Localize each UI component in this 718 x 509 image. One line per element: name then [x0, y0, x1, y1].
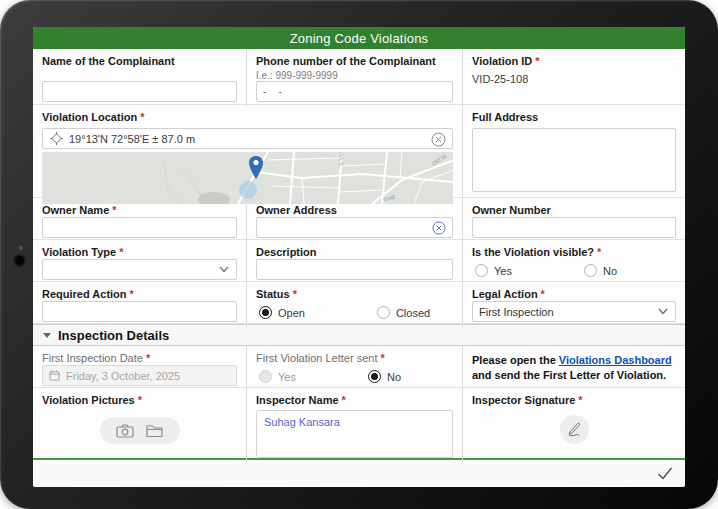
violation-visible-label: Is the Violation visible?* — [472, 246, 676, 259]
signature-pen-icon — [566, 421, 583, 438]
camera-icon[interactable] — [116, 424, 134, 438]
full-address-textarea[interactable] — [472, 128, 676, 192]
required-asterisk: * — [112, 204, 116, 216]
first-inspection-date-input: Friday, 3 October, 2025 — [42, 365, 237, 386]
owner-name-input[interactable] — [42, 217, 237, 238]
clear-owner-address-icon[interactable] — [432, 221, 446, 235]
violations-dashboard-link[interactable]: Violations Dashboard — [559, 354, 672, 366]
field-status: Status* Open Closed — [247, 282, 463, 327]
row-status: Required Action* Status* Open Closed Leg… — [33, 282, 685, 324]
field-inspector-name: Inspector Name* Suhag Kansara — [247, 388, 463, 463]
owner-address-input[interactable] — [256, 217, 453, 238]
section-inspection-details[interactable]: Inspection Details — [33, 324, 685, 346]
clear-location-icon[interactable] — [431, 132, 446, 147]
letter-sent-radio-group: Yes No — [256, 370, 453, 383]
radio-option-no[interactable]: No — [368, 370, 401, 383]
map-road-label: S Vivek — [338, 152, 344, 166]
radio-option-open[interactable]: Open — [259, 306, 305, 319]
description-input[interactable] — [256, 259, 453, 280]
row-complainant: Name of the Complainant Phone number of … — [33, 49, 685, 105]
first-inspection-date-value: Friday, 3 October, 2025 — [66, 370, 180, 382]
tablet-device: Zoning Code Violations Name of the Compl… — [0, 0, 718, 509]
folder-icon[interactable] — [146, 424, 163, 438]
front-camera — [15, 256, 24, 265]
row-owner: Owner Name* Owner Address Owner Number — [33, 198, 685, 240]
submit-checkmark-icon[interactable] — [657, 467, 673, 480]
violation-location-label: Violation Location* — [42, 111, 453, 124]
field-legal-action: Legal Action* First Inspection — [463, 282, 685, 327]
page-title: Zoning Code Violations — [290, 31, 429, 46]
field-description: Description — [247, 240, 463, 285]
complainant-phone-hint: I.e.: 999-999-9999 — [256, 70, 453, 81]
field-first-violation-letter: First Violation Letter sent* Yes No — [247, 346, 463, 391]
required-asterisk: * — [541, 288, 545, 300]
row-location: Violation Location* 19°13'N 72°58'E ± 87… — [33, 105, 685, 198]
footer-bar — [33, 460, 685, 486]
field-full-address: Full Address — [463, 105, 685, 209]
violation-type-label: Violation Type* — [42, 246, 237, 259]
complainant-phone-label: Phone number of the Complainant — [256, 55, 453, 68]
first-inspection-date-label: First Inspection Date* — [42, 352, 237, 365]
required-asterisk: * — [535, 55, 539, 67]
complainant-name-label: Name of the Complainant — [42, 55, 237, 68]
full-address-label: Full Address — [472, 111, 676, 124]
radio-option-yes-disabled: Yes — [259, 370, 296, 383]
field-owner-address: Owner Address — [247, 198, 463, 243]
required-asterisk: * — [597, 246, 601, 258]
violation-id-label: Violation ID* — [472, 55, 676, 68]
row-inspector: Violation Pictures* — [33, 388, 685, 458]
first-violation-letter-label: First Violation Letter sent* — [256, 352, 453, 365]
field-violation-type: Violation Type* — [33, 240, 247, 285]
chevron-down-icon — [658, 308, 668, 315]
radio-icon[interactable] — [584, 264, 597, 277]
required-asterisk: * — [578, 394, 582, 406]
violation-type-select[interactable] — [42, 259, 237, 280]
phone-mask: - - — [263, 86, 283, 97]
complainant-phone-input[interactable]: - - — [256, 81, 453, 102]
required-asterisk: * — [380, 352, 384, 364]
owner-name-label: Owner Name* — [42, 204, 237, 217]
owner-number-label: Owner Number — [472, 204, 676, 217]
field-violation-id: Violation ID* VID-25-108 — [463, 49, 685, 107]
radio-option-no[interactable]: No — [584, 264, 617, 277]
radio-icon[interactable] — [475, 264, 488, 277]
gps-crosshair-icon — [50, 132, 63, 145]
field-violation-location: Violation Location* 19°13'N 72°58'E ± 87… — [33, 105, 463, 209]
inspector-name-value: Suhag Kansara — [264, 416, 340, 428]
radio-icon[interactable] — [377, 306, 390, 319]
radio-selected-icon[interactable] — [259, 306, 272, 319]
status-radio-group: Open Closed — [256, 306, 453, 319]
required-action-input[interactable] — [42, 301, 237, 322]
radio-disabled-icon — [259, 370, 272, 383]
form-header: Zoning Code Violations — [33, 27, 685, 49]
field-required-action: Required Action* — [33, 282, 247, 327]
required-asterisk: * — [146, 352, 150, 364]
required-asterisk: * — [119, 246, 123, 258]
field-owner-number: Owner Number — [463, 198, 685, 243]
location-coordinates-bar[interactable]: 19°13'N 72°58'E ± 87.0 m — [42, 128, 453, 149]
dashboard-note: Please open the Violations Dashboard and… — [472, 353, 676, 383]
inspector-name-input[interactable]: Suhag Kansara — [256, 410, 453, 458]
radio-option-closed[interactable]: Closed — [377, 306, 430, 319]
app-screen: Zoning Code Violations Name of the Compl… — [33, 27, 685, 487]
legal-action-label: Legal Action* — [472, 288, 676, 301]
owner-number-input[interactable] — [472, 217, 676, 238]
signature-button[interactable] — [560, 415, 589, 444]
complainant-name-input[interactable] — [42, 81, 237, 102]
inspector-signature-label: Inspector Signature* — [472, 394, 676, 407]
field-complainant-name: Name of the Complainant — [33, 49, 247, 107]
radio-selected-icon[interactable] — [368, 370, 381, 383]
calendar-icon — [49, 370, 60, 381]
chevron-down-icon — [219, 266, 229, 273]
violation-id-value: VID-25-108 — [472, 73, 676, 85]
location-map[interactable]: Old M S Vivek road — [42, 152, 453, 204]
required-asterisk: * — [130, 288, 134, 300]
description-label: Description — [256, 246, 453, 259]
attachment-buttons — [100, 417, 180, 444]
inspector-name-label: Inspector Name* — [256, 394, 453, 407]
legal-action-select[interactable]: First Inspection — [472, 301, 676, 322]
field-violation-pictures: Violation Pictures* — [33, 388, 247, 463]
row-inspection: First Inspection Date* Friday, 3 October… — [33, 346, 685, 388]
required-asterisk: * — [140, 111, 144, 123]
radio-option-yes[interactable]: Yes — [475, 264, 512, 277]
